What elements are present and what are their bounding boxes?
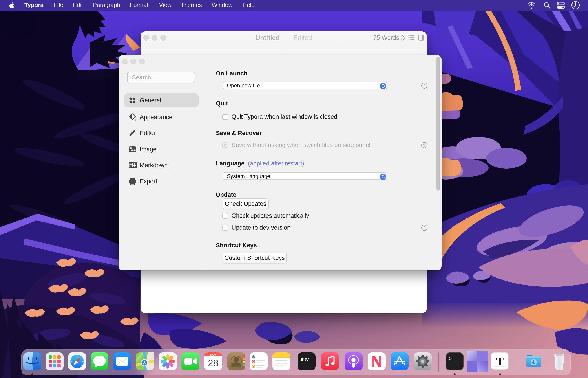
svg-text:>_: >_ bbox=[448, 356, 455, 362]
svg-text:NOV: NOV bbox=[210, 353, 216, 356]
svg-text:tv: tv bbox=[305, 357, 309, 362]
svg-text:T: T bbox=[496, 355, 504, 368]
svg-text:28: 28 bbox=[208, 358, 219, 368]
